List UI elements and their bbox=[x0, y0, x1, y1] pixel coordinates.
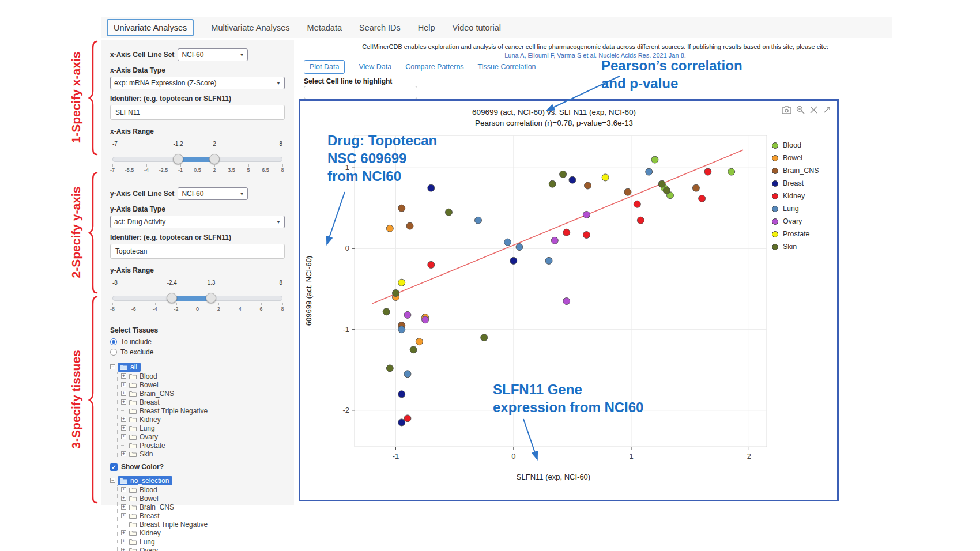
radio-button[interactable] bbox=[110, 349, 117, 356]
point-prostate[interactable] bbox=[398, 279, 405, 286]
tree-item-kidney[interactable]: +Kidney bbox=[121, 415, 285, 424]
point-brain-cns[interactable] bbox=[406, 222, 413, 229]
tree-expand-toggle[interactable]: + bbox=[121, 513, 126, 518]
y-range-slider[interactable]: -88-2.41.3-8-6-4-202468 bbox=[112, 288, 282, 317]
tree-item-bowel[interactable]: +Bowel bbox=[121, 380, 285, 389]
point-prostate[interactable] bbox=[602, 174, 609, 181]
point-ovary[interactable] bbox=[551, 237, 558, 244]
point-lung[interactable] bbox=[404, 371, 411, 378]
tree-expand-toggle[interactable]: + bbox=[121, 399, 126, 405]
point-kidney[interactable] bbox=[699, 195, 706, 202]
point-skin[interactable] bbox=[386, 365, 393, 372]
point-skin[interactable] bbox=[481, 334, 488, 341]
point-brain-cns[interactable] bbox=[692, 184, 699, 191]
point-ovary[interactable] bbox=[422, 316, 429, 323]
legend-item-skin[interactable]: Skin bbox=[772, 240, 819, 253]
tree-item-breast[interactable]: +Breast bbox=[121, 511, 285, 520]
point-blood[interactable] bbox=[651, 156, 658, 163]
legend-item-prostate[interactable]: Prostate bbox=[772, 228, 819, 240]
highlight-cell-line-input[interactable] bbox=[304, 86, 417, 99]
tree-item-prostate[interactable]: Prostate bbox=[121, 441, 285, 450]
nav-item-metadata[interactable]: Metadata bbox=[307, 23, 342, 32]
point-lung[interactable] bbox=[504, 239, 511, 246]
tree-item-brain-cns[interactable]: +Brain_CNS bbox=[121, 503, 285, 511]
autoscale-icon[interactable] bbox=[823, 105, 831, 114]
tree-expand-toggle[interactable]: + bbox=[121, 504, 126, 510]
point-breast[interactable] bbox=[398, 391, 405, 398]
tree-item-kidney[interactable]: +Kidney bbox=[121, 529, 285, 537]
slider-handle-to[interactable] bbox=[209, 154, 220, 164]
tree-root-all[interactable]: all bbox=[118, 363, 141, 372]
tree-expand-toggle[interactable]: + bbox=[121, 487, 126, 492]
point-kidney[interactable] bbox=[637, 217, 644, 224]
pan-icon[interactable] bbox=[809, 105, 818, 114]
point-skin[interactable] bbox=[560, 171, 567, 178]
tab-plot-data[interactable]: Plot Data bbox=[304, 60, 345, 74]
tree-expand-toggle[interactable]: + bbox=[121, 391, 126, 396]
tree-item-blood[interactable]: +Blood bbox=[121, 372, 285, 380]
legend-item-ovary[interactable]: Ovary bbox=[772, 215, 819, 228]
tree-item-breast[interactable]: +Breast bbox=[121, 398, 285, 406]
tree-collapse-toggle[interactable]: − bbox=[110, 478, 115, 483]
tree-item-lung[interactable]: +Lung bbox=[121, 537, 285, 546]
point-breast[interactable] bbox=[398, 419, 405, 426]
tree-collapse-toggle[interactable]: − bbox=[110, 364, 115, 369]
tree-expand-toggle[interactable]: + bbox=[121, 434, 126, 439]
radio-to-include[interactable]: To include bbox=[110, 337, 285, 347]
point-skin[interactable] bbox=[410, 346, 417, 353]
point-kidney[interactable] bbox=[428, 261, 435, 268]
point-brain-cns[interactable] bbox=[584, 182, 591, 189]
tree-item-lung[interactable]: +Lung bbox=[121, 424, 285, 432]
y-cell-line-set-select[interactable]: NCI-60 ▼ bbox=[178, 187, 248, 200]
radio-to-exclude[interactable]: To exclude bbox=[110, 347, 285, 357]
point-kidney[interactable] bbox=[583, 232, 590, 239]
tab-compare-patterns[interactable]: Compare Patterns bbox=[405, 63, 463, 71]
point-skin[interactable] bbox=[658, 180, 665, 187]
radio-button[interactable] bbox=[110, 338, 117, 345]
point-kidney[interactable] bbox=[563, 229, 570, 236]
slider-handle-from[interactable] bbox=[167, 293, 177, 303]
point-ovary[interactable] bbox=[583, 211, 590, 218]
point-skin[interactable] bbox=[393, 290, 399, 297]
y-identifier-input[interactable] bbox=[110, 244, 285, 259]
legend-item-breast[interactable]: Breast bbox=[772, 177, 819, 190]
point-kidney[interactable] bbox=[404, 415, 411, 422]
tree-item-skin[interactable]: +Skin bbox=[121, 450, 285, 458]
point-lung[interactable] bbox=[646, 168, 653, 175]
point-bowel[interactable] bbox=[386, 225, 393, 232]
legend-item-kidney[interactable]: Kidney bbox=[772, 190, 819, 202]
tree-item-ovary[interactable]: +Ovary bbox=[121, 432, 285, 441]
legend-item-brain-cns[interactable]: Brain_CNS bbox=[772, 164, 819, 177]
tree-item-bowel[interactable]: +Bowel bbox=[121, 494, 285, 503]
tree-expand-toggle[interactable]: + bbox=[121, 425, 126, 431]
x-data-type-select[interactable]: exp: mRNA Expression (Z-Score) ▼ bbox=[110, 77, 285, 89]
x-identifier-input[interactable] bbox=[110, 105, 285, 120]
nav-item-help[interactable]: Help bbox=[418, 23, 435, 32]
point-breast[interactable] bbox=[428, 184, 435, 191]
point-kidney[interactable] bbox=[634, 201, 640, 207]
tree-expand-toggle[interactable]: + bbox=[121, 539, 126, 544]
tree-root-no-selection[interactable]: no_selection bbox=[118, 476, 172, 485]
x-cell-line-set-select[interactable]: NCI-60 ▼ bbox=[178, 48, 248, 61]
tree-expand-toggle[interactable]: + bbox=[121, 382, 126, 387]
camera-icon[interactable] bbox=[782, 106, 791, 114]
slider-handle-from[interactable] bbox=[173, 154, 183, 164]
point-skin[interactable] bbox=[663, 187, 670, 194]
legend-item-blood[interactable]: Blood bbox=[772, 139, 819, 152]
nav-item-multivariate-analyses[interactable]: Multivariate Analyses bbox=[211, 23, 289, 32]
point-lung[interactable] bbox=[398, 326, 405, 333]
show-color-checkbox[interactable]: ✓ bbox=[110, 463, 118, 471]
tree-expand-toggle[interactable]: + bbox=[121, 451, 126, 456]
point-ovary[interactable] bbox=[563, 298, 570, 305]
tree-item-blood[interactable]: +Blood bbox=[121, 485, 285, 494]
tree-item-brain-cns[interactable]: +Brain_CNS bbox=[121, 389, 285, 398]
point-breast[interactable] bbox=[569, 176, 576, 183]
legend-item-bowel[interactable]: Bowel bbox=[772, 152, 819, 164]
slider-handle-to[interactable] bbox=[206, 293, 216, 303]
point-lung[interactable] bbox=[545, 257, 552, 264]
tree-expand-toggle[interactable]: + bbox=[121, 496, 126, 501]
tree-item-breast-triple-negative[interactable]: Breast Triple Negative bbox=[121, 520, 285, 529]
point-skin[interactable] bbox=[383, 308, 390, 315]
point-skin[interactable] bbox=[549, 180, 556, 187]
y-data-type-select[interactable]: act: Drug Activity ▼ bbox=[110, 216, 285, 228]
